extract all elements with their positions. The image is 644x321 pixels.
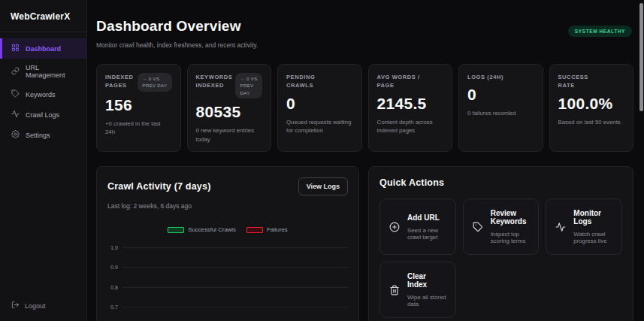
gridline (122, 247, 348, 248)
status-badge: SYSTEM HEALTHY (568, 26, 632, 37)
activity-icon (11, 110, 20, 120)
chart-grid-row: 0.8 (107, 277, 348, 297)
sidebar-item-settings[interactable]: Settings (0, 125, 86, 145)
stat-subtext: 0 new keyword entries today (196, 126, 263, 144)
quick-actions-grid: Add URL Seed a new crawl target Review K… (379, 198, 622, 318)
quick-actions-panel: Quick Actions Add URL Seed a new crawl t… (368, 166, 633, 321)
link-icon (11, 67, 20, 77)
y-axis-tick: 0.7 (107, 304, 122, 310)
stat-card-avg-words: AVG WORDS / PAGE 2145.5 Content depth ac… (368, 64, 453, 152)
stat-subtext: +0 crawled in the last 24h (105, 120, 172, 137)
stats-row: INDEXED PAGES → 0 VS PREV DAY 156 +0 cra… (96, 64, 633, 152)
action-subtext: Seed a new crawl target (407, 227, 446, 241)
chart-grid-row: 0.7 (107, 297, 348, 316)
stat-value: 156 (105, 96, 172, 114)
tag-icon (11, 89, 20, 99)
app-title: WebCrawlerX (0, 0, 86, 32)
y-axis-tick: 0.8 (107, 285, 122, 290)
gridline (122, 307, 348, 307)
legend-item-successful-crawls: Successful Crawls (168, 226, 236, 233)
action-label: Review Keywords (491, 209, 530, 226)
action-subtext: Wipe all stored data (407, 294, 446, 307)
main-content: SYSTEM HEALTHY Dashboard Overview Monito… (87, 0, 644, 321)
sidebar-item-label: Keywords (26, 91, 56, 98)
action-subtext: Watch crawl progress live (573, 231, 612, 244)
sidebar-item-url-management[interactable]: URL Management (0, 59, 86, 84)
tag-icon (473, 222, 483, 232)
trash-icon (389, 285, 400, 295)
chart-legend: Successful Crawls Failures (107, 226, 348, 233)
crawl-activity-title: Crawl Activity (7 days) (107, 181, 211, 192)
stat-label: PENDING CRAWLS (286, 73, 333, 90)
sidebar-item-label: Settings (26, 132, 50, 139)
gear-icon (11, 130, 20, 140)
legend-swatch-green (168, 227, 184, 233)
scrollbar[interactable] (639, 0, 644, 321)
y-axis-tick: 0.9 (107, 265, 122, 270)
sidebar-divider (0, 32, 86, 32)
monitor-logs-action[interactable]: Monitor Logs Watch crawl progress live (546, 198, 622, 255)
stat-card-keywords-indexed: KEYWORDS INDEXED → 0 VS PREV DAY 80535 0… (187, 64, 272, 152)
clear-index-action[interactable]: Clear Index Wipe all stored data (379, 262, 456, 318)
action-subtext: Inspect top scoring terms (491, 231, 530, 244)
gridline (122, 267, 348, 268)
stat-card-logs-24h: LOGS (24H) 0 0 failures recorded (458, 64, 543, 152)
panels-row: Crawl Activity (7 days) View Logs Last l… (96, 166, 633, 321)
stat-value: 0 (286, 95, 353, 113)
add-url-action[interactable]: Add URL Seed a new crawl target (379, 198, 456, 255)
quick-actions-title: Quick Actions (379, 177, 622, 188)
legend-label: Failures (267, 226, 288, 233)
view-logs-button[interactable]: View Logs (298, 177, 348, 195)
sidebar-item-dashboard[interactable]: Dashboard (0, 38, 86, 59)
dashboard-grid-icon (11, 44, 20, 53)
sidebar-nav: Dashboard URL Management Keywords Crawl … (0, 38, 86, 145)
page-title: Dashboard Overview (96, 18, 633, 35)
legend-swatch-red (246, 227, 263, 233)
sidebar-item-label: Dashboard (26, 45, 61, 53)
chart-grid-row: 0.9 (107, 258, 348, 277)
sidebar-item-label: Crawl Logs (26, 111, 59, 119)
sidebar-item-keywords[interactable]: Keywords (0, 84, 86, 104)
stat-label: SUCCESS RATE (558, 73, 605, 90)
action-label: Clear Index (407, 272, 446, 289)
stat-value: 100.0% (558, 95, 625, 113)
activity-icon (555, 222, 566, 232)
gridline (122, 287, 348, 288)
logout-button[interactable]: Logout (11, 301, 46, 310)
stat-subtext: Queued requests waiting for completion (286, 118, 353, 135)
plus-circle-icon (389, 222, 400, 232)
logout-icon (11, 301, 20, 310)
sidebar-item-crawl-logs[interactable]: Crawl Logs (0, 104, 86, 125)
app-window: WebCrawlerX Dashboard URL Management Key… (0, 0, 644, 321)
stat-subtext: 0 failures recorded (467, 109, 534, 118)
review-keywords-action[interactable]: Review Keywords Inspect top scoring term… (463, 198, 540, 255)
page-subtitle: Monitor crawl health, index freshness, a… (96, 41, 633, 49)
sidebar-item-label: URL Management (26, 64, 79, 79)
action-label: Monitor Logs (573, 209, 612, 226)
stat-value: 2145.5 (377, 95, 444, 113)
stat-card-success-rate: SUCCESS RATE 100.0% Based on last 50 eve… (549, 64, 634, 152)
stat-subtext: Content depth across indexed pages (377, 118, 444, 135)
stat-label: KEYWORDS INDEXED (196, 73, 233, 90)
logout-label: Logout (25, 302, 46, 310)
stat-card-pending-crawls: PENDING CRAWLS 0 Queued requests waiting… (277, 64, 362, 152)
stat-label: AVG WORDS / PAGE (377, 73, 424, 90)
stat-label: LOGS (24H) (467, 73, 503, 81)
stat-card-indexed-pages: INDEXED PAGES → 0 VS PREV DAY 156 +0 cra… (96, 64, 181, 152)
crawl-activity-panel: Crawl Activity (7 days) View Logs Last l… (96, 166, 359, 321)
stat-label: INDEXED PAGES (105, 73, 135, 90)
sidebar: WebCrawlerX Dashboard URL Management Key… (0, 0, 87, 321)
stat-trend-badge: → 0 VS PREV DAY (138, 73, 171, 92)
y-axis-tick: 1.0 (107, 245, 122, 250)
scrollbar-thumb[interactable] (639, 3, 643, 111)
chart-grid-row: 1.0 (107, 238, 348, 257)
chart-grid-row: 0.6 (107, 316, 348, 321)
stat-value: 80535 (196, 103, 263, 121)
stat-subtext: Based on last 50 events (558, 118, 625, 127)
stat-value: 0 (467, 86, 534, 104)
action-label: Add URL (407, 213, 446, 222)
legend-item-failures: Failures (246, 226, 288, 233)
stat-trend-badge: → 0 VS PREV DAY (235, 73, 262, 98)
line-chart-plot-area: 1.0 0.9 0.8 0.7 (107, 238, 348, 321)
legend-label: Successful Crawls (188, 226, 236, 233)
